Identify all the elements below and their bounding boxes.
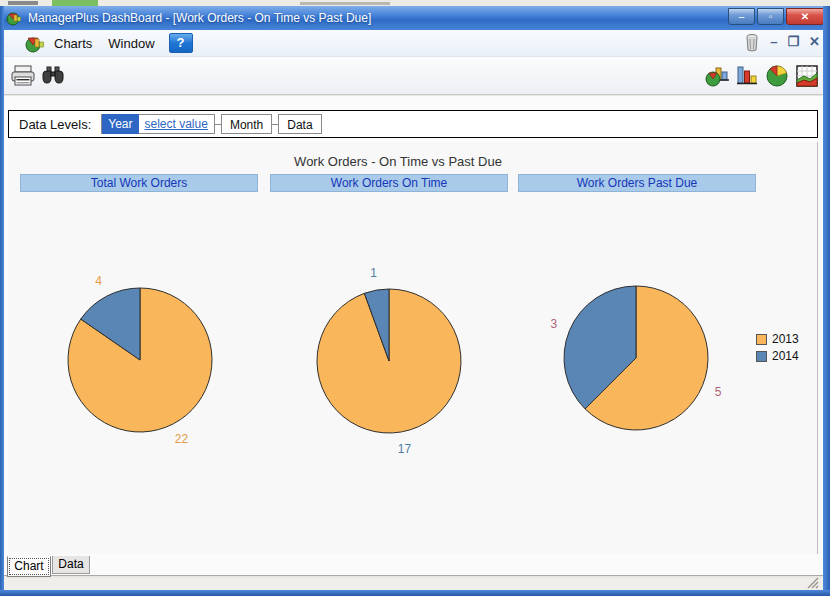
legend-swatch-2014 xyxy=(756,351,767,362)
printer-icon xyxy=(10,64,36,88)
area-chart-button[interactable] xyxy=(792,61,822,91)
combo-chart-button[interactable] xyxy=(702,61,732,91)
window-border-right xyxy=(823,6,830,596)
maximize-button-icon[interactable]: ▫ xyxy=(757,8,784,25)
close-button-icon[interactable]: ✕ xyxy=(786,8,824,25)
legend-swatch-2013 xyxy=(756,334,767,345)
chart-legend: 2013 2014 xyxy=(756,332,799,366)
menu-window[interactable]: Window xyxy=(100,32,162,55)
pie-value-label: 4 xyxy=(95,274,102,288)
combo-chart-icon xyxy=(704,64,730,88)
window-border-bottom xyxy=(0,590,830,596)
column-header-past-due: Work Orders Past Due xyxy=(518,174,756,192)
mdi-restore-icon[interactable]: ❐ xyxy=(787,32,799,52)
data-levels-bar: Data Levels: Year select value Month Dat… xyxy=(8,110,818,138)
mdi-window-controls: – ❐ ✕ xyxy=(744,32,820,52)
background-artifact xyxy=(8,1,38,5)
legend-item-2014: 2014 xyxy=(756,349,799,363)
window-border-left xyxy=(0,6,4,596)
app-icon xyxy=(6,10,22,26)
title-bar: ManagerPlus DashBoard - [Work Orders - O… xyxy=(0,6,830,30)
area-chart-icon xyxy=(795,64,819,88)
menu-bar: Charts Window ? xyxy=(0,30,830,57)
chart-panel: Work Orders - On Time vs Past Due Total … xyxy=(8,142,818,554)
mdi-close-icon[interactable]: ✕ xyxy=(809,32,820,52)
data-level-month[interactable]: Month xyxy=(221,114,272,134)
tab-data[interactable]: Data xyxy=(52,556,90,574)
resize-grip-icon[interactable] xyxy=(806,577,820,589)
pie-chart-work-orders-on-time: 171 xyxy=(289,261,489,461)
pie-value-label: 17 xyxy=(398,442,412,456)
binoculars-icon xyxy=(39,64,67,88)
pie-value-label: 3 xyxy=(550,317,557,331)
chart-title: Work Orders - On Time vs Past Due xyxy=(8,154,788,169)
data-level-year[interactable]: Year xyxy=(102,114,138,134)
toolbar xyxy=(0,57,830,95)
pie-value-label: 5 xyxy=(715,385,722,399)
application-window: ManagerPlus DashBoard - [Work Orders - O… xyxy=(0,0,830,596)
help-button[interactable]: ? xyxy=(169,33,193,53)
menu-charts[interactable]: Charts xyxy=(46,32,100,55)
window-title: ManagerPlus DashBoard - [Work Orders - O… xyxy=(28,11,371,25)
trash-icon[interactable] xyxy=(744,32,760,52)
column-header-on-time: Work Orders On Time xyxy=(270,174,508,192)
content-area: Data Levels: Year select value Month Dat… xyxy=(4,96,823,575)
charts-menu-icon xyxy=(24,33,46,53)
data-level-year-group: Year select value xyxy=(101,114,215,134)
legend-label-2014: 2014 xyxy=(772,349,799,363)
bar-chart-icon xyxy=(735,64,759,88)
select-value-link[interactable]: select value xyxy=(139,115,214,133)
pie-chart-icon xyxy=(764,64,790,88)
bar-chart-button[interactable] xyxy=(732,61,762,91)
data-levels-label: Data Levels: xyxy=(19,117,91,132)
column-header-total: Total Work Orders xyxy=(20,174,258,192)
pie-value-label: 1 xyxy=(370,266,377,280)
tab-chart[interactable]: Chart xyxy=(7,556,51,577)
print-button[interactable] xyxy=(8,61,38,91)
search-button[interactable] xyxy=(38,61,68,91)
pie-value-label: 22 xyxy=(175,432,189,446)
status-bar xyxy=(4,578,823,590)
minimize-button-icon[interactable]: – xyxy=(728,8,755,25)
legend-item-2013: 2013 xyxy=(756,332,799,346)
pie-chart-button[interactable] xyxy=(762,61,792,91)
data-level-data[interactable]: Data xyxy=(278,114,321,134)
legend-label-2013: 2013 xyxy=(772,332,799,346)
pie-chart-total-work-orders: 224 xyxy=(40,260,240,460)
mdi-minimize-icon[interactable]: – xyxy=(770,32,777,52)
background-artifact xyxy=(300,2,390,5)
pie-chart-work-orders-past-due: 53 xyxy=(536,258,736,458)
